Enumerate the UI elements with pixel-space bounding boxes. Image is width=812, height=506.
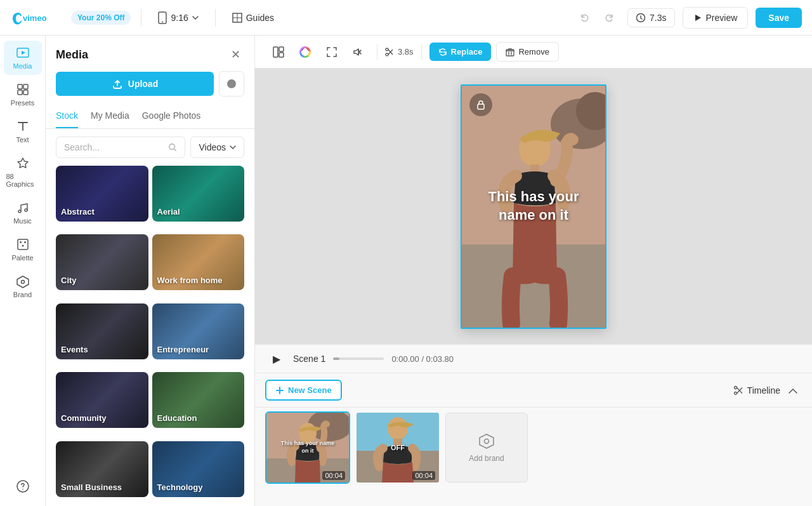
remove-button[interactable]: Remove [496, 42, 558, 62]
fullscreen-button[interactable] [321, 41, 343, 63]
svg-point-29 [386, 48, 388, 51]
device-label: 9:16 [171, 13, 188, 23]
category-aerial[interactable]: Aerial [152, 166, 245, 222]
tab-google-photos[interactable]: Google Photos [142, 104, 201, 128]
chevron-down-icon [192, 16, 199, 20]
close-media-panel-button[interactable]: ✕ [226, 46, 244, 63]
duration-value: 7.3s [650, 13, 666, 23]
presets-icon [16, 83, 30, 97]
category-education-label: Education [157, 413, 197, 423]
category-community[interactable]: Community [56, 372, 148, 428]
timeline-collapse-button[interactable] [784, 382, 802, 399]
svg-point-14 [18, 210, 21, 213]
sidebar-item-graphics[interactable]: 88 Graphics [4, 151, 42, 193]
duration-display: 7.3s [627, 8, 674, 27]
vimeo-logo: vimeo [10, 9, 61, 27]
svg-point-52 [388, 417, 408, 440]
sidebar-item-media[interactable]: Media [4, 41, 42, 75]
timeline-scene-2[interactable]: OFF 00:04 [355, 411, 440, 484]
preview-button[interactable]: Preview [683, 7, 749, 29]
playback-row: ▶ Scene 1 0:00.00 / 0:03.80 [255, 344, 812, 373]
category-abstract[interactable]: Abstract [56, 166, 148, 222]
color-picker-button[interactable] [294, 41, 316, 63]
play-button[interactable]: ▶ [268, 350, 285, 368]
svg-point-2 [162, 21, 163, 22]
category-city[interactable]: City [56, 234, 148, 290]
sidebar-media-label: Media [13, 62, 32, 70]
redo-icon [604, 13, 614, 23]
sidebar-item-help[interactable] [4, 474, 42, 498]
add-brand-icon [478, 432, 495, 450]
text-icon [16, 119, 30, 133]
new-scene-button[interactable]: New Scene [265, 380, 342, 401]
media-icon [16, 46, 30, 60]
timeline-scene-1[interactable]: This has your name on it 00:04 [265, 411, 350, 484]
svg-marker-54 [480, 434, 494, 448]
category-events[interactable]: Events [56, 303, 148, 359]
toolbar-divider-2 [421, 44, 422, 60]
filter-dropdown[interactable]: Videos [190, 136, 244, 158]
svg-rect-12 [18, 90, 22, 95]
svg-point-17 [20, 241, 22, 243]
header-divider-1 [141, 9, 141, 27]
record-button[interactable] [219, 71, 244, 97]
svg-rect-27 [279, 53, 284, 57]
category-tech[interactable]: Technology [152, 441, 245, 497]
category-aerial-label: Aerial [157, 207, 180, 216]
category-work[interactable]: Work from home [152, 234, 245, 290]
replace-button[interactable]: Replace [429, 43, 492, 61]
sidebar-item-music[interactable]: Music [4, 196, 42, 230]
svg-rect-25 [273, 47, 278, 57]
search-input[interactable] [64, 142, 163, 152]
category-smallbiz[interactable]: Small Business [56, 441, 148, 497]
svg-point-18 [24, 241, 26, 243]
category-education[interactable]: Education [152, 372, 245, 428]
replace-icon [438, 48, 447, 57]
sidebar-item-brand[interactable]: Brand [4, 269, 42, 303]
device-selector[interactable]: 9:16 [152, 8, 204, 28]
undo-button[interactable] [574, 7, 596, 29]
add-brand-button[interactable]: Add brand [445, 413, 528, 483]
svg-rect-40 [478, 104, 484, 109]
canvas-toolbar: 3.8s Replace Remove [255, 36, 812, 69]
filter-chevron-icon [230, 145, 236, 149]
category-entrepreneur[interactable]: Entrepreneur [152, 303, 245, 359]
svg-marker-9 [22, 51, 25, 55]
guides-label: Guides [246, 13, 274, 23]
record-icon [227, 79, 236, 88]
timeline-label-group[interactable]: Timeline [733, 382, 802, 399]
upload-button[interactable]: Upload [56, 72, 214, 96]
layout-icon [273, 46, 284, 58]
guides-button[interactable]: Guides [226, 9, 280, 27]
upload-label: Upload [128, 79, 158, 89]
redo-button[interactable] [598, 7, 620, 29]
preview-label: Preview [706, 13, 738, 23]
palette-icon [16, 237, 30, 251]
tab-my-media[interactable]: My Media [91, 104, 129, 128]
sidebar-presets-label: Presets [11, 99, 34, 107]
timeline-section: New Scene Timeline [255, 373, 812, 506]
layout-button[interactable] [268, 41, 289, 63]
save-label: Save [768, 13, 789, 23]
svg-point-23 [22, 489, 23, 490]
svg-point-21 [21, 281, 24, 284]
search-input-wrap [56, 136, 185, 158]
lock-icon [476, 100, 486, 110]
sidebar-item-presets[interactable]: Presets [4, 77, 42, 112]
sidebar-item-palette[interactable]: Palette [4, 232, 42, 267]
filter-label: Videos [199, 142, 226, 152]
play-icon [693, 13, 702, 22]
header-divider-2 [215, 9, 216, 27]
progress-bar [333, 357, 384, 360]
undo-icon [580, 13, 590, 23]
save-button[interactable]: Save [756, 8, 802, 28]
sidebar-item-text[interactable]: Text [4, 114, 42, 149]
canvas-lock-icon[interactable] [469, 93, 492, 116]
mute-button[interactable] [348, 41, 369, 63]
discount-badge[interactable]: Your 20% Off [71, 11, 131, 25]
svg-point-55 [485, 439, 489, 444]
category-work-label: Work from home [157, 276, 223, 285]
main-content: Media Presets Text 88 Graphics [0, 36, 812, 506]
time-separator: / [421, 354, 426, 364]
tab-stock[interactable]: Stock [56, 104, 78, 128]
